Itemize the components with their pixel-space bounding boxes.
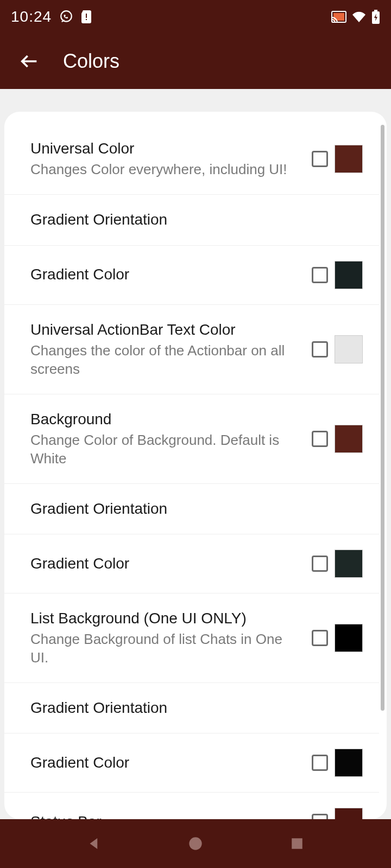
- color-swatch[interactable]: [335, 425, 363, 453]
- row-title: Universal Color: [30, 139, 303, 158]
- svg-point-7: [189, 837, 201, 850]
- row-controls: [312, 808, 363, 819]
- color-swatch[interactable]: [335, 335, 363, 363]
- status-right: [331, 10, 380, 24]
- row-controls: [312, 145, 363, 173]
- status-left: 10:24: [11, 8, 92, 25]
- row-text: Universal ActionBar Text ColorChanges th…: [30, 320, 312, 379]
- whatsapp-icon: [59, 10, 73, 24]
- nav-bar: [0, 819, 391, 868]
- row-text: Gradient Color: [30, 554, 312, 573]
- settings-row[interactable]: Status Bar: [4, 793, 379, 819]
- settings-row[interactable]: Gradient Color: [4, 733, 379, 793]
- sd-alert-icon: [81, 10, 92, 23]
- status-clock: 10:24: [11, 8, 52, 25]
- row-controls: [312, 749, 363, 777]
- color-swatch[interactable]: [335, 749, 363, 777]
- color-swatch[interactable]: [335, 808, 363, 819]
- back-button[interactable]: [13, 45, 46, 78]
- row-text: Gradient Orientation: [30, 698, 363, 718]
- row-text: Gradient Orientation: [30, 499, 363, 519]
- settings-row[interactable]: Gradient Orientation: [4, 484, 379, 534]
- svg-rect-4: [333, 13, 344, 21]
- checkbox[interactable]: [312, 630, 328, 646]
- settings-row[interactable]: List Background (One UI ONLY)Change Back…: [4, 593, 379, 683]
- color-swatch[interactable]: [335, 261, 363, 289]
- settings-row[interactable]: Universal ColorChanges Color everywhere,…: [4, 124, 379, 195]
- triangle-back-icon: [86, 835, 102, 852]
- settings-row[interactable]: BackgroundChange Color of Background. De…: [4, 394, 379, 484]
- svg-rect-1: [86, 14, 87, 18]
- row-text: Status Bar: [30, 812, 312, 819]
- checkbox[interactable]: [312, 267, 328, 283]
- row-subtitle: Change Color of Background. Default is W…: [30, 431, 303, 468]
- row-text: Gradient Orientation: [30, 210, 363, 229]
- color-swatch[interactable]: [335, 145, 363, 173]
- svg-rect-8: [292, 838, 302, 849]
- color-swatch[interactable]: [335, 624, 363, 652]
- settings-row[interactable]: Gradient Orientation: [4, 195, 379, 245]
- checkbox[interactable]: [312, 755, 328, 771]
- checkbox[interactable]: [312, 151, 328, 167]
- checkbox[interactable]: [312, 814, 328, 819]
- row-controls: [312, 335, 363, 363]
- row-text: BackgroundChange Color of Background. De…: [30, 410, 312, 468]
- nav-back-button[interactable]: [83, 833, 105, 854]
- row-controls: [312, 624, 363, 652]
- page-title: Colors: [63, 50, 119, 73]
- row-title: Gradient Color: [30, 554, 303, 573]
- row-title: Gradient Color: [30, 265, 303, 284]
- row-title: List Background (One UI ONLY): [30, 609, 303, 628]
- settings-card: Universal ColorChanges Color everywhere,…: [4, 112, 387, 819]
- row-subtitle: Change Background of list Chats in One U…: [30, 630, 303, 667]
- nav-recent-button[interactable]: [286, 833, 308, 854]
- row-subtitle: Changes the color of the Actionbar on al…: [30, 342, 303, 379]
- row-title: Background: [30, 410, 303, 429]
- scrollbar[interactable]: [381, 125, 384, 711]
- nav-home-button[interactable]: [185, 833, 206, 854]
- row-text: Universal ColorChanges Color everywhere,…: [30, 139, 312, 179]
- square-recent-icon: [290, 837, 304, 851]
- svg-point-0: [61, 11, 72, 21]
- svg-rect-2: [86, 19, 87, 20]
- settings-row[interactable]: Universal ActionBar Text ColorChanges th…: [4, 305, 379, 394]
- row-subtitle: Changes Color everywhere, including UI!: [30, 161, 303, 179]
- battery-charging-icon: [371, 10, 380, 24]
- circle-home-icon: [188, 836, 203, 851]
- settings-row[interactable]: Gradient Color: [4, 246, 379, 305]
- row-title: Gradient Orientation: [30, 499, 354, 519]
- row-text: Gradient Color: [30, 265, 312, 284]
- row-controls: [312, 550, 363, 578]
- row-controls: [312, 261, 363, 289]
- checkbox[interactable]: [312, 431, 328, 447]
- color-swatch[interactable]: [335, 550, 363, 578]
- content-area: Universal ColorChanges Color everywhere,…: [0, 89, 391, 819]
- settings-list[interactable]: Universal ColorChanges Color everywhere,…: [4, 112, 379, 819]
- row-text: List Background (One UI ONLY)Change Back…: [30, 609, 312, 667]
- settings-row[interactable]: Gradient Orientation: [4, 683, 379, 733]
- checkbox[interactable]: [312, 341, 328, 358]
- svg-rect-5: [374, 10, 377, 11]
- status-bar: 10:24: [0, 0, 391, 34]
- row-title: Gradient Orientation: [30, 698, 354, 718]
- row-title: Status Bar: [30, 812, 303, 819]
- row-title: Gradient Orientation: [30, 210, 354, 229]
- app-bar: Colors: [0, 34, 391, 89]
- arrow-left-icon: [18, 50, 40, 72]
- row-text: Gradient Color: [30, 753, 312, 773]
- wifi-icon: [352, 11, 366, 22]
- cast-icon: [331, 11, 346, 23]
- row-controls: [312, 425, 363, 453]
- row-title: Universal ActionBar Text Color: [30, 320, 303, 340]
- row-title: Gradient Color: [30, 753, 303, 773]
- checkbox[interactable]: [312, 556, 328, 572]
- settings-row[interactable]: Gradient Color: [4, 534, 379, 593]
